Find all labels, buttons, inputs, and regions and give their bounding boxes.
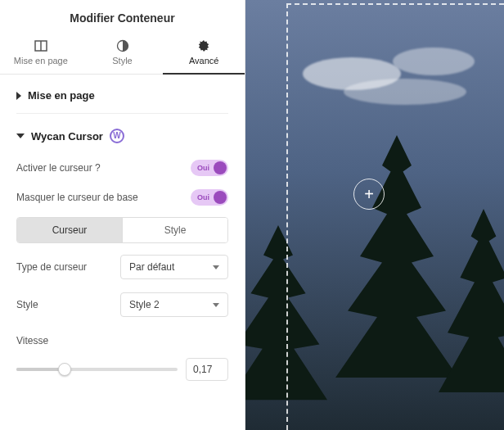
section-wycan: Wycan Cursor W Activer le curseur ? Oui …	[16, 113, 228, 381]
tab-label: Avancé	[189, 56, 219, 66]
caret-down-icon	[16, 134, 25, 138]
row-speed: Vitesse 0,17	[16, 335, 228, 381]
canvas-preview: +	[245, 0, 504, 430]
row-activate-cursor: Activer le curseur ? Oui	[16, 153, 228, 183]
section-layout-header[interactable]: Mise en page	[16, 75, 228, 113]
section-wycan-header[interactable]: Wycan Cursor W	[16, 114, 228, 153]
tab-label: Mise en page	[14, 56, 68, 66]
plus-icon: +	[364, 185, 374, 204]
row-hide-base-cursor: Masquer le curseur de base Oui	[16, 183, 228, 212]
sections-container: Mise en page Wycan Cursor W Activer le c…	[0, 75, 245, 397]
toggle-thumb-icon	[214, 161, 227, 174]
toggle-on-text: Oui	[197, 193, 209, 201]
add-widget-button[interactable]: +	[353, 179, 385, 210]
toggle-thumb-icon	[214, 191, 227, 204]
chevron-down-icon	[213, 303, 219, 307]
panel-title: Modifier Conteneur	[0, 0, 245, 33]
hide-base-cursor-toggle[interactable]: Oui	[191, 189, 228, 206]
cursor-type-label: Type de curseur	[16, 261, 120, 273]
tab-layout[interactable]: Mise en page	[0, 33, 82, 74]
speed-input[interactable]: 0,17	[186, 358, 228, 381]
style-select-value: Style 2	[129, 299, 160, 310]
activate-cursor-label: Activer le curseur ?	[16, 162, 191, 174]
contrast-icon	[116, 39, 129, 52]
caret-right-icon	[16, 92, 21, 100]
slider-thumb-icon	[58, 363, 71, 376]
layout-icon	[34, 39, 47, 52]
cursor-style-segmented: Curseur Style	[16, 217, 228, 243]
wycan-logo-icon: W	[110, 129, 124, 143]
speed-label: Vitesse	[16, 335, 228, 346]
style-select[interactable]: Style 2	[120, 292, 228, 317]
cursor-type-select[interactable]: Par défaut	[120, 255, 228, 279]
cursor-type-value: Par défaut	[129, 261, 174, 273]
row-cursor-type: Type de curseur Par défaut	[16, 248, 228, 286]
speed-slider[interactable]	[16, 368, 178, 371]
tab-label: Style	[112, 56, 132, 66]
settings-panel: Modifier Conteneur Mise en page Style Av…	[0, 0, 245, 430]
segment-style[interactable]: Style	[122, 218, 227, 242]
activate-cursor-toggle[interactable]: Oui	[191, 160, 228, 176]
tab-advanced[interactable]: Avancé	[163, 33, 245, 74]
section-layout-title: Mise en page	[28, 89, 95, 102]
style-select-label: Style	[16, 299, 120, 310]
gear-icon	[197, 39, 210, 52]
segment-curseur[interactable]: Curseur	[17, 218, 122, 242]
toggle-on-text: Oui	[197, 164, 209, 172]
tabs: Mise en page Style Avancé	[0, 33, 245, 75]
tab-style[interactable]: Style	[82, 33, 164, 74]
section-layout: Mise en page	[16, 75, 228, 113]
hide-base-cursor-label: Masquer le curseur de base	[16, 192, 191, 203]
section-wycan-title: Wycan Cursor	[31, 130, 103, 143]
row-style-select: Style Style 2	[16, 286, 228, 324]
container-dashed-outline[interactable]	[286, 3, 504, 430]
chevron-down-icon	[213, 265, 219, 269]
speed-slider-line: 0,17	[16, 358, 228, 381]
